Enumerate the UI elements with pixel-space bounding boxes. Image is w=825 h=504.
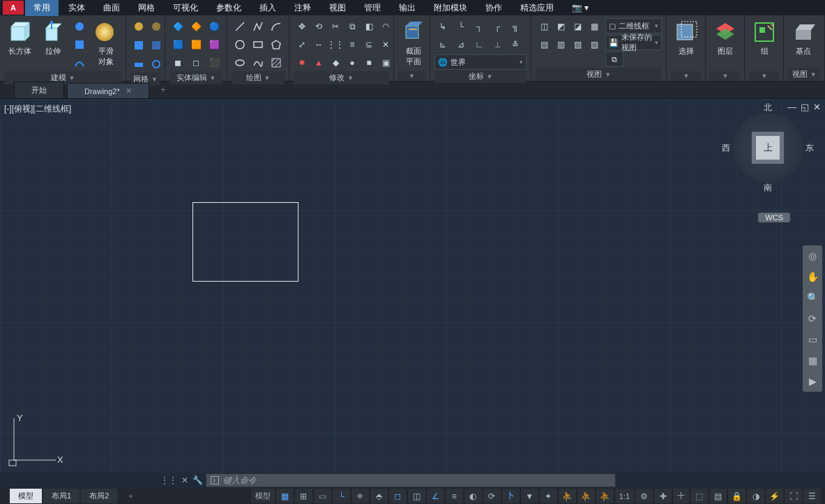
3drotate-icon[interactable]: ⟲ bbox=[310, 18, 327, 35]
wcs-badge[interactable]: WCS bbox=[758, 213, 790, 222]
scale-label[interactable]: 1:1 bbox=[614, 489, 634, 503]
transparency-icon[interactable]: ◐ bbox=[464, 489, 482, 503]
menu-tab-insert[interactable]: 插入 bbox=[251, 0, 285, 16]
viewcube-south[interactable]: 南 bbox=[764, 182, 772, 194]
layers-button[interactable]: 图层 bbox=[710, 18, 741, 58]
showmotion-icon[interactable]: ▭ bbox=[805, 332, 820, 347]
file-tab-start[interactable]: 开始 bbox=[14, 82, 64, 98]
lineweight-icon[interactable]: ≡ bbox=[445, 489, 463, 503]
mesh-icon-1[interactable] bbox=[130, 18, 147, 35]
zoom-icon[interactable]: 🔍 bbox=[805, 290, 820, 305]
viewcube-west[interactable]: 西 bbox=[722, 142, 730, 154]
menu-tab-parametric[interactable]: 参数化 bbox=[208, 0, 250, 16]
group-button[interactable]: 组 bbox=[749, 18, 780, 58]
mirror-icon[interactable]: ◧ bbox=[361, 18, 377, 35]
solid-edit-icon-1[interactable]: 🔷 bbox=[169, 18, 186, 35]
cmd-handle-icon[interactable]: ⋮⋮ bbox=[160, 475, 177, 485]
panel-title-group[interactable]: ▼ bbox=[749, 71, 779, 81]
solid-edit-icon-8[interactable]: ◻ bbox=[188, 54, 204, 71]
solid-edit-icon-9[interactable]: ⬛ bbox=[206, 54, 222, 71]
ortho-icon[interactable]: └ bbox=[332, 489, 350, 503]
filter-icon[interactable]: ▼ bbox=[520, 489, 538, 503]
viewcube-top-face[interactable]: 上 bbox=[756, 136, 780, 160]
copy-icon[interactable]: ⧉ bbox=[344, 18, 361, 35]
base-button[interactable]: 基点 bbox=[788, 18, 819, 58]
arc-icon[interactable] bbox=[268, 18, 285, 35]
menu-tab-view[interactable]: 视图 bbox=[321, 0, 354, 16]
grid-toggle-icon[interactable]: ▦ bbox=[275, 489, 294, 503]
spline-icon[interactable] bbox=[250, 54, 266, 71]
move-icon[interactable]: ✥ bbox=[294, 18, 310, 35]
menu-tab-output[interactable]: 输出 bbox=[391, 0, 424, 16]
panel-title-section[interactable]: ▼ bbox=[398, 71, 425, 81]
mod-icon-c[interactable]: ● bbox=[344, 54, 361, 71]
mod-icon-b[interactable]: ◆ bbox=[327, 54, 344, 71]
drawing-canvas[interactable]: [-][俯视][二维线框] — ◱ ✕ 上 北 南 东 西 WCS ◎ ✋ 🔍 … bbox=[0, 98, 825, 473]
cmd-wrench-icon[interactable]: 🔧 bbox=[192, 475, 203, 485]
ucs-icon-1[interactable]: ↳ bbox=[434, 18, 451, 35]
lock-ui-icon[interactable]: 🔒 bbox=[727, 489, 745, 503]
nav-play-icon[interactable]: ▶ bbox=[805, 374, 820, 389]
osnap-icon[interactable]: ◻ bbox=[388, 489, 407, 503]
command-input[interactable]: 键入命令 bbox=[206, 473, 616, 487]
orbit-icon[interactable]: ⟳ bbox=[805, 311, 820, 326]
close-icon[interactable]: ✕ bbox=[126, 86, 132, 96]
menu-tab-home[interactable]: 常用 bbox=[25, 0, 59, 16]
polygon-icon[interactable] bbox=[268, 36, 285, 53]
panel-title-modify[interactable]: 修改▼ bbox=[294, 71, 389, 84]
menu-tab-manage[interactable]: 管理 bbox=[356, 0, 389, 16]
revolve-icon[interactable] bbox=[71, 18, 88, 35]
mod-icon-a[interactable]: ▲ bbox=[310, 54, 327, 71]
solid-edit-icon-4[interactable]: 🟦 bbox=[169, 36, 186, 53]
status-model-label[interactable]: 模型 bbox=[250, 489, 275, 503]
menu-tab-annotate[interactable]: 注释 bbox=[286, 0, 319, 16]
stretch-icon[interactable]: ↔ bbox=[310, 36, 327, 53]
dyn-ucs-icon[interactable]: 卜 bbox=[501, 489, 520, 503]
mesh-icon-2[interactable] bbox=[148, 18, 165, 35]
panel-title-select[interactable]: ▼ bbox=[671, 71, 701, 81]
viewport-label[interactable]: [-][俯视][二维线框] bbox=[4, 103, 71, 115]
view-icon-5[interactable]: ▤ bbox=[536, 36, 552, 53]
quick-props-icon[interactable]: ▤ bbox=[709, 489, 727, 503]
layout-tab-model[interactable]: 模型 bbox=[10, 489, 42, 503]
ucs-icon-4[interactable]: ┌ bbox=[489, 18, 506, 35]
mesh-icon-5[interactable] bbox=[130, 56, 147, 72]
view-icon-8[interactable]: ▨ bbox=[586, 36, 603, 53]
clean-screen-icon[interactable]: ⛶ bbox=[784, 489, 802, 503]
annotation-visibility-icon[interactable]: ⛹ bbox=[558, 489, 576, 503]
ucs-icon-6[interactable]: ⊾ bbox=[434, 36, 451, 53]
drawn-rectangle[interactable] bbox=[192, 202, 298, 282]
close-viewport-icon[interactable]: ✕ bbox=[813, 102, 821, 112]
ucs-icon-10[interactable]: ≛ bbox=[507, 36, 524, 53]
ucs-icon-9[interactable]: ⟂ bbox=[489, 36, 506, 53]
line-icon[interactable] bbox=[232, 18, 248, 35]
hatch-icon[interactable] bbox=[268, 54, 285, 71]
trim-icon[interactable]: ✂ bbox=[327, 18, 344, 35]
customize-icon[interactable]: ☰ bbox=[803, 489, 821, 503]
annotation-monitor-icon[interactable]: ✚ bbox=[653, 489, 672, 503]
select-button[interactable]: 选择 bbox=[671, 18, 702, 58]
menu-tab-featured[interactable]: 精选应用 bbox=[512, 0, 562, 16]
panel-title-draw[interactable]: 绘图▼ bbox=[232, 71, 285, 84]
saved-view-combo[interactable]: 💾 未保存的视图 ▾ bbox=[605, 35, 662, 50]
view-manager-btn[interactable]: ⧉ bbox=[605, 52, 623, 67]
panel-title-layers[interactable]: ▼ bbox=[710, 71, 740, 81]
decimal-label[interactable]: 十 bbox=[672, 489, 689, 503]
panel-title-solid-edit[interactable]: 实体编辑▼ bbox=[169, 71, 222, 84]
rect-icon[interactable] bbox=[250, 36, 266, 53]
autoscale-icon[interactable]: ⛹ bbox=[577, 489, 595, 503]
menu-tab-addins[interactable]: 附加模块 bbox=[425, 0, 476, 16]
align-icon[interactable]: ≡ bbox=[344, 36, 361, 53]
sweep-icon[interactable] bbox=[71, 54, 88, 71]
add-tab-button[interactable]: ＋ bbox=[152, 81, 174, 98]
iso-icon[interactable]: ⬘ bbox=[370, 489, 388, 503]
view-icon-3[interactable]: ◪ bbox=[569, 18, 586, 35]
panel-title-base[interactable]: 视图▼ bbox=[788, 68, 820, 81]
panel-title-viewctl[interactable]: 视图▼ bbox=[536, 68, 662, 81]
ucs-icon-7[interactable]: ⊿ bbox=[453, 36, 469, 53]
extrude-button[interactable]: 拉伸 bbox=[38, 18, 68, 58]
infer-icon[interactable]: ▭ bbox=[313, 489, 331, 503]
solid-edit-icon-5[interactable]: 🟧 bbox=[188, 36, 204, 53]
solid-edit-icon-2[interactable]: 🔶 bbox=[188, 18, 204, 35]
smooth-button[interactable]: 平滑 对象 bbox=[91, 18, 121, 68]
